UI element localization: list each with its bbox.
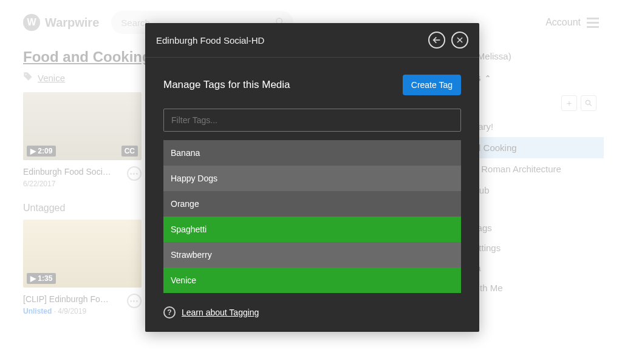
filter-tags-input[interactable] — [163, 109, 461, 132]
modal-header: Edinburgh Food Social-HD — [145, 23, 479, 58]
back-button[interactable] — [428, 32, 445, 49]
tag-option[interactable]: Banana — [163, 140, 461, 166]
learn-tagging-link[interactable]: Learn about Tagging — [182, 308, 259, 317]
manage-tags-modal: Edinburgh Food Social-HD Manage Tags for… — [145, 23, 479, 332]
modal-title: Manage Tags for this Media — [163, 79, 290, 91]
tag-option[interactable]: Venice — [163, 268, 461, 293]
tag-list: Banana Happy Dogs Orange Spaghetti Straw… — [163, 140, 461, 293]
help-icon: ? — [163, 306, 176, 318]
tag-option[interactable]: Happy Dogs — [163, 166, 461, 191]
close-button[interactable] — [451, 32, 468, 49]
tag-option[interactable]: Spaghetti — [163, 217, 461, 242]
create-tag-button[interactable]: Create Tag — [403, 75, 461, 95]
tag-option[interactable]: Strawberry — [163, 242, 461, 268]
modal-header-title: Edinburgh Food Social-HD — [156, 35, 264, 46]
tag-option[interactable]: Orange — [163, 191, 461, 217]
